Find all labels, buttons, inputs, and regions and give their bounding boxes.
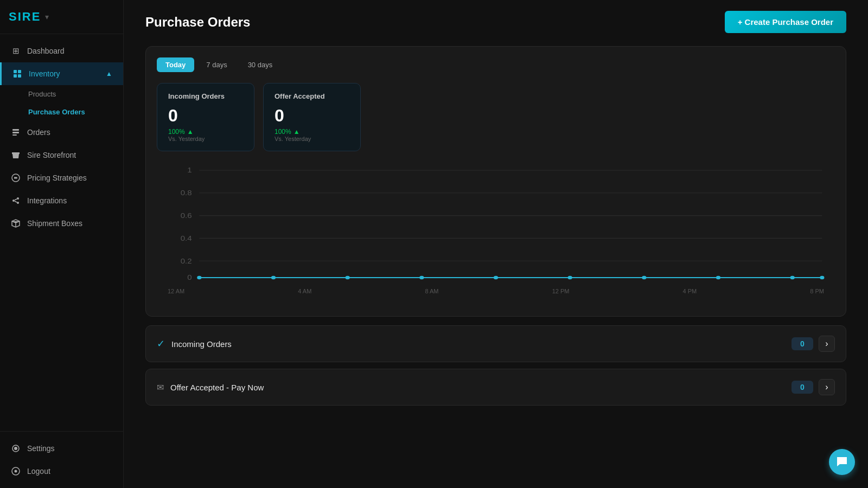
inventory-expand-icon: ▲ — [106, 70, 112, 78]
svg-point-12 — [17, 202, 19, 204]
metric-offer-vs: Vs. Yesterday — [275, 136, 349, 142]
sidebar-item-integrations[interactable]: Integrations — [0, 189, 123, 212]
sidebar: SIRE ▾ ⊞ Dashboard Inventory ▲ Products … — [0, 0, 124, 488]
svg-rect-6 — [12, 134, 17, 136]
svg-point-39 — [790, 276, 795, 280]
svg-point-18 — [15, 470, 17, 473]
metric-offer-accepted: Offer Accepted 0 100% ▲ Vs. Yesterday — [263, 83, 361, 151]
sidebar-item-inventory[interactable]: Inventory ▲ — [0, 62, 123, 85]
x-label-4pm: 4 PM — [683, 288, 697, 294]
list-item-left-incoming: ✓ Incoming Orders — [157, 338, 232, 350]
sidebar-label-shipment: Shipment Boxes — [27, 219, 82, 228]
subnav-item-purchase-orders[interactable]: Purchase Orders — [0, 103, 123, 121]
inventory-subnav: Products Purchase Orders — [0, 85, 123, 121]
sidebar-label-logout: Logout — [27, 467, 50, 476]
logo-chevron-icon[interactable]: ▾ — [45, 12, 49, 21]
offer-change-pct: 100% — [275, 128, 291, 136]
checkmark-icon: ✓ — [157, 338, 165, 350]
metric-incoming-orders: Incoming Orders 0 100% ▲ Vs. Yesterday — [157, 83, 254, 151]
x-label-8pm: 8 PM — [810, 288, 824, 294]
main-content: Purchase Orders + Create Purchase Order … — [124, 0, 868, 488]
incoming-up-arrow: ▲ — [187, 128, 194, 136]
chart-card: Today 7 days 30 days Incoming Orders 0 1… — [145, 46, 846, 317]
sidebar-item-sire-storefront[interactable]: Sire Storefront — [0, 144, 123, 166]
svg-point-32 — [271, 276, 276, 280]
storefront-icon — [11, 150, 21, 160]
svg-point-8 — [16, 157, 17, 158]
tab-today[interactable]: Today — [157, 57, 194, 72]
chart-x-labels: 12 AM 4 AM 8 AM 12 PM 4 PM 8 PM — [162, 286, 829, 294]
offer-count-badge: 0 — [792, 381, 813, 394]
list-title-incoming: Incoming Orders — [171, 339, 232, 349]
tab-30days[interactable]: 30 days — [239, 57, 282, 72]
sidebar-label-pricing: Pricing Strategies — [27, 174, 87, 182]
sidebar-label-integrations: Integrations — [27, 196, 67, 205]
orders-icon — [11, 127, 21, 137]
svg-point-33 — [346, 276, 350, 280]
svg-text:0: 0 — [187, 274, 192, 281]
sidebar-item-orders[interactable]: Orders — [0, 121, 123, 144]
svg-text:0.6: 0.6 — [181, 212, 192, 219]
sidebar-label-storefront: Sire Storefront — [27, 151, 76, 159]
pricing-icon — [11, 173, 21, 183]
svg-point-35 — [494, 276, 498, 280]
inventory-icon — [12, 69, 22, 79]
svg-text:0.4: 0.4 — [181, 235, 192, 242]
sidebar-item-shipment-boxes[interactable]: Shipment Boxes — [0, 212, 123, 235]
x-label-12pm: 12 PM — [552, 288, 570, 294]
time-tabs: Today 7 days 30 days — [157, 57, 835, 72]
metric-offer-value: 0 — [275, 106, 349, 126]
tab-7days[interactable]: 7 days — [197, 57, 235, 72]
metric-offer-title: Offer Accepted — [275, 92, 349, 100]
metric-incoming-title: Incoming Orders — [168, 92, 243, 100]
list-item-right-offer: 0 › — [792, 379, 835, 395]
svg-point-37 — [642, 276, 646, 280]
sidebar-logo: SIRE ▾ — [0, 0, 123, 34]
chat-icon — [836, 456, 848, 468]
svg-rect-3 — [18, 74, 21, 78]
svg-line-14 — [15, 201, 17, 202]
logout-icon — [11, 466, 21, 476]
envelope-icon: ✉ — [157, 382, 164, 393]
svg-point-15 — [14, 447, 17, 450]
svg-point-7 — [14, 157, 15, 158]
offer-accepted-arrow-button[interactable]: › — [819, 379, 835, 395]
chat-bubble-button[interactable] — [829, 449, 855, 475]
svg-rect-1 — [18, 70, 21, 73]
incoming-change-pct: 100% — [168, 128, 185, 136]
sidebar-bottom: Settings Logout — [0, 431, 123, 488]
svg-rect-5 — [12, 132, 19, 133]
logo-text: SIRE — [9, 10, 41, 24]
sidebar-item-settings[interactable]: Settings — [0, 437, 123, 460]
sidebar-item-pricing-strategies[interactable]: Pricing Strategies — [0, 166, 123, 189]
shipment-icon — [11, 219, 21, 228]
sidebar-label-dashboard: Dashboard — [27, 47, 65, 55]
svg-point-38 — [716, 276, 720, 280]
svg-rect-4 — [12, 129, 19, 131]
metric-incoming-value: 0 — [168, 106, 243, 126]
list-item-offer-accepted: ✉ Offer Accepted - Pay Now 0 › — [145, 369, 846, 406]
sidebar-item-dashboard[interactable]: ⊞ Dashboard — [0, 40, 123, 62]
svg-text:1: 1 — [187, 167, 192, 174]
sidebar-label-orders: Orders — [27, 128, 50, 137]
sidebar-item-logout[interactable]: Logout — [0, 460, 123, 483]
metrics-row: Incoming Orders 0 100% ▲ Vs. Yesterday O… — [157, 83, 835, 151]
integrations-icon — [11, 196, 21, 206]
list-item-left-offer: ✉ Offer Accepted - Pay Now — [157, 382, 264, 393]
incoming-orders-arrow-button[interactable]: › — [819, 336, 835, 352]
x-label-4am: 4 AM — [298, 288, 311, 294]
create-purchase-order-button[interactable]: + Create Purchase Order — [725, 11, 846, 33]
metric-incoming-vs: Vs. Yesterday — [168, 136, 243, 142]
svg-rect-0 — [14, 70, 17, 73]
sidebar-label-inventory: Inventory — [29, 69, 60, 78]
svg-point-36 — [568, 276, 572, 280]
settings-icon — [11, 444, 21, 453]
page-title: Purchase Orders — [145, 15, 250, 30]
svg-text:0.8: 0.8 — [181, 190, 192, 197]
sidebar-nav: ⊞ Dashboard Inventory ▲ Products Purchas… — [0, 34, 123, 431]
list-item-right-incoming: 0 › — [792, 336, 835, 352]
x-label-12am: 12 AM — [168, 288, 184, 294]
svg-point-31 — [197, 276, 201, 280]
subnav-item-products[interactable]: Products — [0, 85, 123, 103]
metric-offer-change: 100% ▲ — [275, 128, 349, 136]
